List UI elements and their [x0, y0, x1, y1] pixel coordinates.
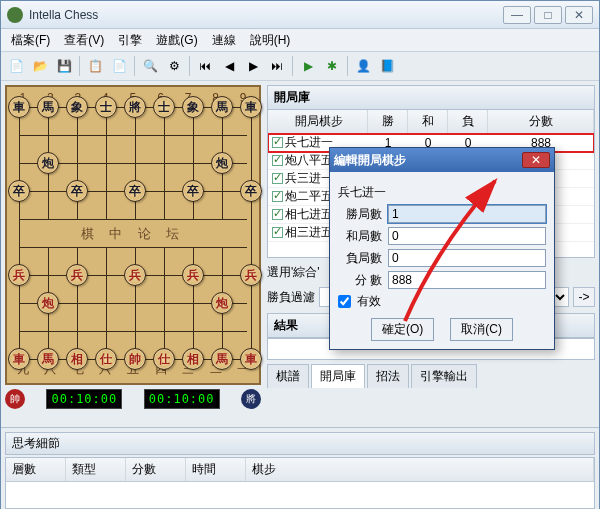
chess-piece[interactable]: 卒 [240, 180, 262, 202]
chess-piece[interactable]: 馬 [37, 96, 59, 118]
board-panel: 123456789 棋 中 论 坛 車馬象士將士象馬車車馬相仕帥仕相馬車炮炮炮炮… [1, 81, 265, 427]
chess-piece[interactable]: 炮 [211, 292, 233, 314]
chess-piece[interactable]: 炮 [37, 152, 59, 174]
copy-icon[interactable]: 📋 [84, 55, 106, 77]
menu-file[interactable]: 檔案(F) [5, 30, 56, 51]
separator [79, 56, 80, 76]
chess-piece[interactable]: 馬 [37, 348, 59, 370]
chess-piece[interactable]: 車 [8, 96, 30, 118]
draws-input[interactable] [388, 227, 546, 245]
row-checkbox[interactable] [272, 155, 283, 166]
last-icon[interactable]: ⏭ [266, 55, 288, 77]
chess-piece[interactable]: 卒 [124, 180, 146, 202]
filter-label2: 勝負過濾 [267, 289, 315, 306]
user-icon[interactable]: 👤 [352, 55, 374, 77]
chess-piece[interactable]: 士 [95, 96, 117, 118]
save-icon[interactable]: 💾 [53, 55, 75, 77]
main-body: 123456789 棋 中 论 坛 車馬象士將士象馬車車馬相仕帥仕相馬車炮炮炮炮… [1, 81, 599, 427]
paste-icon[interactable]: 📄 [108, 55, 130, 77]
chess-piece[interactable]: 兵 [182, 264, 204, 286]
chess-piece[interactable]: 卒 [182, 180, 204, 202]
chess-piece[interactable]: 卒 [66, 180, 88, 202]
red-badge: 帥 [5, 389, 25, 409]
minimize-button[interactable]: — [503, 6, 531, 24]
chess-piece[interactable]: 炮 [211, 152, 233, 174]
chess-piece[interactable]: 車 [240, 348, 262, 370]
ok-button[interactable]: 確定(O) [371, 318, 434, 341]
valid-checkbox[interactable] [338, 295, 351, 308]
chess-piece[interactable]: 兵 [8, 264, 30, 286]
score-input[interactable] [388, 271, 546, 289]
chess-board[interactable]: 123456789 棋 中 论 坛 車馬象士將士象馬車車馬相仕帥仕相馬車炮炮炮炮… [5, 85, 261, 385]
row-checkbox[interactable] [272, 173, 283, 184]
chess-piece[interactable]: 象 [182, 96, 204, 118]
menu-game[interactable]: 遊戲(G) [150, 30, 203, 51]
filter-go-button[interactable]: -> [573, 287, 595, 307]
menu-help[interactable]: 說明(H) [244, 30, 297, 51]
open-icon[interactable]: 📂 [29, 55, 51, 77]
dialog-body: 兵七进一 勝局數 和局數 負局數 分 數 有效 確定(O) 取消(C) [330, 172, 554, 349]
first-icon[interactable]: ⏮ [194, 55, 216, 77]
chess-piece[interactable]: 相 [182, 348, 204, 370]
engine-icon[interactable]: ✱ [321, 55, 343, 77]
chess-piece[interactable]: 炮 [37, 292, 59, 314]
chess-piece[interactable]: 兵 [124, 264, 146, 286]
next-icon[interactable]: ▶ [242, 55, 264, 77]
losses-input[interactable] [388, 249, 546, 267]
row-checkbox[interactable] [272, 191, 283, 202]
tab-notation[interactable]: 棋譜 [267, 364, 309, 388]
thinking-panel: 思考細節 層數 類型 分數 時間 棋步 [1, 427, 599, 509]
cancel-button[interactable]: 取消(C) [450, 318, 513, 341]
tab-engine-output[interactable]: 引擎輸出 [411, 364, 477, 388]
separator [347, 56, 348, 76]
chess-piece[interactable]: 帥 [124, 348, 146, 370]
tab-bar: 棋譜 開局庫 招法 引擎輸出 [267, 364, 595, 388]
tab-opening[interactable]: 開局庫 [311, 364, 365, 388]
chess-piece[interactable]: 兵 [66, 264, 88, 286]
book-icon[interactable]: 📘 [376, 55, 398, 77]
menu-view[interactable]: 查看(V) [58, 30, 110, 51]
wins-input[interactable] [388, 205, 546, 223]
dialog-titlebar[interactable]: 編輯開局棋步 ✕ [330, 148, 554, 172]
titlebar: Intella Chess — □ ✕ [1, 1, 599, 29]
new-icon[interactable]: 📄 [5, 55, 27, 77]
chess-piece[interactable]: 兵 [240, 264, 262, 286]
tab-moves[interactable]: 招法 [367, 364, 409, 388]
separator [189, 56, 190, 76]
opening-title: 開局庫 [267, 85, 595, 110]
chess-piece[interactable]: 將 [124, 96, 146, 118]
clock-row: 帥 00:10:00 00:10:00 將 [5, 389, 261, 409]
menu-engine[interactable]: 引擎 [112, 30, 148, 51]
prev-icon[interactable]: ◀ [218, 55, 240, 77]
toolbar: 📄 📂 💾 📋 📄 🔍 ⚙ ⏮ ◀ ▶ ⏭ ▶ ✱ 👤 📘 [1, 51, 599, 81]
menubar: 檔案(F) 查看(V) 引擎 遊戲(G) 連線 說明(H) [1, 29, 599, 51]
wins-label: 勝局數 [338, 206, 382, 223]
valid-label: 有效 [357, 293, 381, 310]
black-badge: 將 [241, 389, 261, 409]
menu-connect[interactable]: 連線 [206, 30, 242, 51]
thinking-header: 層數 類型 分數 時間 棋步 [6, 458, 594, 482]
filter-label: 選用'綜合' [267, 264, 320, 281]
score-label: 分 數 [338, 272, 382, 289]
chess-piece[interactable]: 仕 [95, 348, 117, 370]
close-button[interactable]: ✕ [565, 6, 593, 24]
chess-piece[interactable]: 卒 [8, 180, 30, 202]
row-checkbox[interactable] [272, 227, 283, 238]
chess-piece[interactable]: 車 [240, 96, 262, 118]
chess-piece[interactable]: 相 [66, 348, 88, 370]
zoom-icon[interactable]: 🔍 [139, 55, 161, 77]
settings-icon[interactable]: ⚙ [163, 55, 185, 77]
dialog-close-icon[interactable]: ✕ [522, 152, 550, 168]
draws-label: 和局數 [338, 228, 382, 245]
row-checkbox[interactable] [272, 137, 283, 148]
chess-piece[interactable]: 象 [66, 96, 88, 118]
chess-piece[interactable]: 車 [8, 348, 30, 370]
chess-piece[interactable]: 馬 [211, 96, 233, 118]
play-icon[interactable]: ▶ [297, 55, 319, 77]
row-checkbox[interactable] [272, 209, 283, 220]
river-text: 棋 中 论 坛 [19, 225, 247, 243]
chess-piece[interactable]: 馬 [211, 348, 233, 370]
chess-piece[interactable]: 仕 [153, 348, 175, 370]
chess-piece[interactable]: 士 [153, 96, 175, 118]
maximize-button[interactable]: □ [534, 6, 562, 24]
